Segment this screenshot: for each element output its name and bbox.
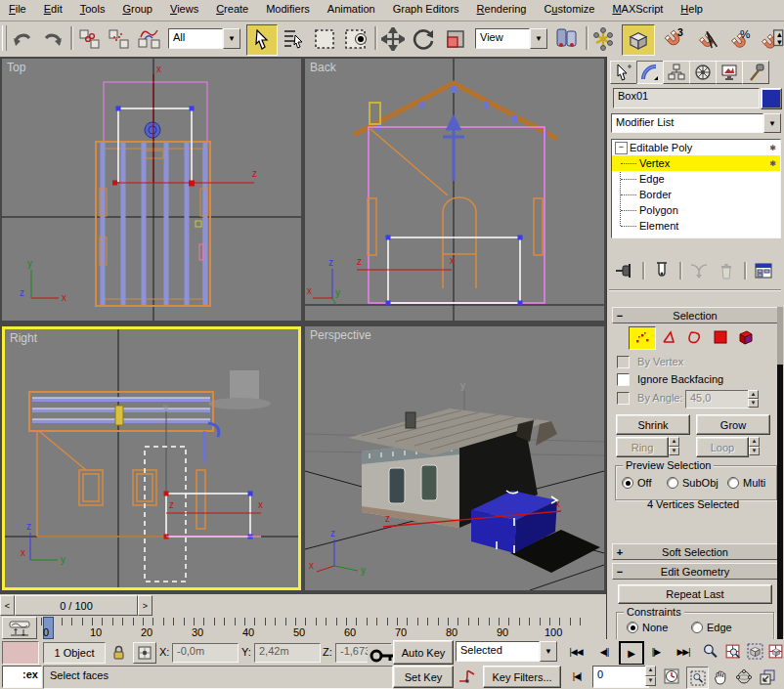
stack-item-edge[interactable]: Edge <box>612 171 780 187</box>
display-tab[interactable] <box>716 61 743 84</box>
constraint-none-radio[interactable]: None <box>627 622 668 635</box>
angle-snap-icon[interactable] <box>692 25 721 53</box>
by-angle-row[interactable]: By Angle: 45,0 ▲▼ <box>617 392 781 409</box>
preview-subobj-radio[interactable]: SubObj <box>667 477 719 491</box>
selection-rollout-header[interactable]: −Selection <box>612 307 778 323</box>
go-to-start-button[interactable]: |◀◀ <box>563 642 588 662</box>
zoom-icon[interactable] <box>700 641 720 662</box>
x-coordinate-field[interactable]: -0,0m <box>172 643 239 663</box>
time-configuration-icon[interactable] <box>661 667 681 686</box>
viewport-right[interactable]: Right u zx zxy <box>2 326 301 590</box>
unlink-icon[interactable] <box>106 25 133 53</box>
stack-item-vertex[interactable]: Vertex ✱ <box>612 155 780 171</box>
ref-coord-dropdown[interactable]: View▼ <box>475 28 547 49</box>
show-end-result-icon[interactable] <box>650 260 674 281</box>
menu-group[interactable]: Group <box>113 0 161 19</box>
current-frame-field[interactable]: 0 <box>592 666 649 688</box>
configure-modifier-sets-icon[interactable] <box>752 260 775 281</box>
ignore-backfacing-checkbox[interactable] <box>617 373 630 386</box>
menu-edit[interactable]: Edit <box>35 0 71 19</box>
by-vertex-row[interactable]: By Vertex <box>617 356 683 370</box>
select-link-icon[interactable] <box>76 25 104 53</box>
viewport-right-label[interactable]: Right <box>10 331 37 345</box>
crossing-selection-icon[interactable] <box>342 25 371 53</box>
create-tab[interactable] <box>610 61 637 84</box>
key-target-dropdown[interactable]: Selected▼ <box>456 641 557 662</box>
menu-rendering[interactable]: Rendering <box>468 0 536 19</box>
hierarchy-tab[interactable] <box>663 61 690 84</box>
remove-modifier-icon[interactable] <box>715 260 738 281</box>
bind-spacewarp-icon[interactable] <box>135 25 164 53</box>
vertex-mode-icon[interactable] <box>629 326 656 350</box>
viewport-back[interactable]: Back zx zxy <box>305 59 604 321</box>
dropdown-arrow-icon[interactable]: ▼ <box>763 113 781 133</box>
menu-help[interactable]: Help <box>672 0 712 19</box>
set-key-button[interactable]: Set Key <box>393 666 454 688</box>
ignore-backfacing-row[interactable]: Ignore Backfacing <box>617 373 723 388</box>
menu-views[interactable]: Views <box>161 0 207 19</box>
selection-lock-icon[interactable] <box>108 642 129 662</box>
viewport-perspective-label[interactable]: Perspective <box>310 328 371 342</box>
dropdown-arrow-icon[interactable]: ▼ <box>530 28 547 49</box>
snaps-toggle-icon[interactable] <box>622 24 655 56</box>
make-unique-icon[interactable] <box>687 260 711 281</box>
dropdown-arrow-icon[interactable]: ▼ <box>540 641 557 662</box>
viewport-top[interactable]: Top zx yxz <box>2 59 301 321</box>
dropdown-arrow-icon[interactable]: ▼ <box>223 28 240 49</box>
percent-snap-icon[interactable]: % <box>725 25 755 53</box>
mini-curve-editor-icon[interactable] <box>2 617 37 639</box>
shrink-button[interactable]: Shrink <box>616 414 690 435</box>
select-rotate-icon[interactable] <box>411 25 438 53</box>
key-filters-button[interactable]: Key Filters... <box>483 666 561 688</box>
default-in-out-tangents-icon[interactable] <box>456 667 479 686</box>
collapse-icon[interactable]: − <box>615 142 628 154</box>
by-vertex-checkbox[interactable] <box>617 356 630 368</box>
soft-selection-rollout-header[interactable]: +Soft Selection <box>612 543 778 560</box>
ring-spinner[interactable]: ▲▼ <box>669 437 679 455</box>
preview-multi-radio[interactable]: Multi <box>727 477 765 491</box>
pan-icon[interactable] <box>710 667 730 687</box>
auto-key-button[interactable]: Auto Key <box>393 640 454 665</box>
zoom-extents-all-icon[interactable] <box>766 641 784 662</box>
repeat-last-button[interactable]: Repeat Last <box>618 584 772 604</box>
prev-frame-button[interactable]: < <box>0 595 15 616</box>
by-angle-spinner[interactable]: ▲▼ <box>748 390 759 408</box>
element-mode-icon[interactable] <box>734 326 758 348</box>
stack-item-border[interactable]: Border <box>612 187 780 202</box>
min-max-toggle-icon[interactable] <box>757 667 777 687</box>
utilities-tab[interactable] <box>742 61 769 84</box>
go-to-end-button[interactable]: ▶▶| <box>671 642 696 662</box>
menu-tools[interactable]: Tools <box>71 0 114 19</box>
viewport-back-label[interactable]: Back <box>310 61 336 74</box>
menu-file[interactable]: File <box>0 0 35 19</box>
select-by-name-icon[interactable] <box>280 25 307 53</box>
zoom-extents-icon[interactable] <box>745 641 765 662</box>
pin-stack-icon[interactable] <box>613 260 636 281</box>
next-frame-button[interactable]: > <box>138 595 152 616</box>
menu-animation[interactable]: Animation <box>319 0 384 19</box>
spinner-snap-icon[interactable]: ▲▼ <box>759 25 784 53</box>
edit-geometry-rollout-header[interactable]: −Edit Geometry <box>612 563 778 580</box>
zoom-all-icon[interactable] <box>722 641 743 662</box>
menu-create[interactable]: Create <box>207 0 257 19</box>
stack-item-polygon[interactable]: Polygon <box>612 202 780 218</box>
snap-3d-icon[interactable]: 3 <box>659 25 688 53</box>
modify-tab[interactable] <box>636 61 664 84</box>
motion-tab[interactable] <box>689 61 717 84</box>
select-object-icon[interactable] <box>246 24 278 56</box>
border-mode-icon[interactable] <box>683 326 707 348</box>
arc-rotate-icon[interactable] <box>733 667 754 687</box>
loop-button[interactable]: Loop <box>696 437 749 457</box>
object-name-field[interactable]: Box01 <box>613 88 760 108</box>
next-frame-button[interactable]: ||▶ <box>644 642 668 662</box>
use-center-icon[interactable] <box>552 25 582 53</box>
grow-button[interactable]: Grow <box>696 414 770 435</box>
viewport-top-label[interactable]: Top <box>7 61 25 74</box>
rect-selection-icon[interactable] <box>311 25 338 53</box>
toolbar-grip[interactable] <box>2 25 7 51</box>
stack-item-editable-poly[interactable]: − Editable Poly ✱ <box>612 140 780 155</box>
macro-recorder-box[interactable] <box>2 641 39 665</box>
loop-spinner[interactable]: ▲▼ <box>749 437 760 455</box>
polygon-mode-icon[interactable] <box>709 326 732 348</box>
manipulate-icon[interactable] <box>589 25 617 53</box>
